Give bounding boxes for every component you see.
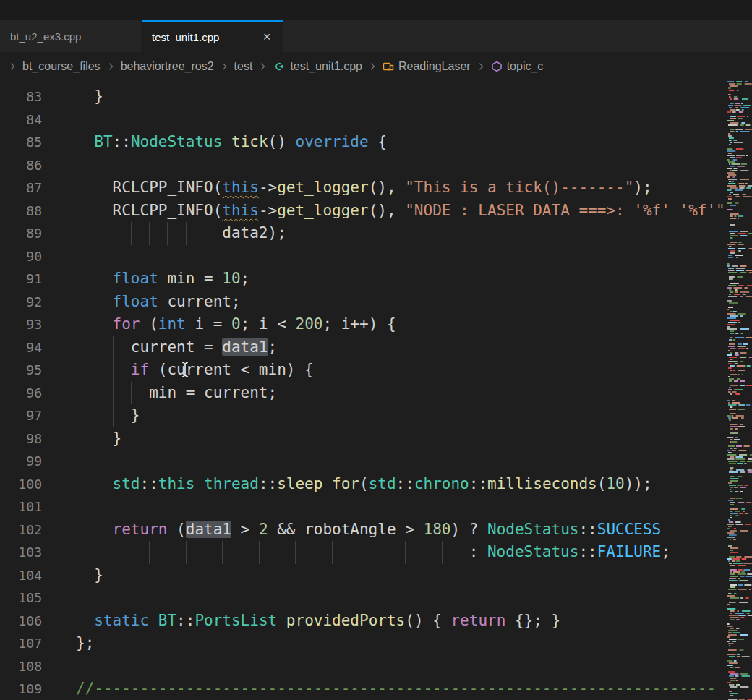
line-number: 96 xyxy=(0,382,42,405)
code-line[interactable]: 97 } xyxy=(0,404,727,427)
code-line[interactable]: 90 xyxy=(0,245,727,268)
breadcrumb-item-bt-course-files[interactable]: bt_course_files xyxy=(22,60,101,73)
code-line[interactable]: 84 xyxy=(0,108,727,132)
code-line[interactable]: 89 data2); xyxy=(0,222,727,245)
code-token xyxy=(76,293,113,310)
code-line[interactable]: 93 for (int i = 0; i < 200; i++) { xyxy=(0,313,727,336)
indent-guide xyxy=(405,541,406,564)
code-token: float xyxy=(113,270,158,287)
code-line[interactable]: 88 RCLCPP_INFO(this->get_logger(), "NODE… xyxy=(0,200,727,223)
code-token: :: xyxy=(259,475,277,492)
code-line[interactable]: 107}; xyxy=(0,632,727,655)
code-token: "NODE : LASER DATA ===>: '%f' '%f'" xyxy=(405,202,725,219)
code-line[interactable]: 96 min = current; xyxy=(0,382,727,405)
breadcrumb-label: ReadingLaser xyxy=(398,60,471,73)
minimap[interactable] xyxy=(727,81,752,700)
code-line[interactable]: 92 float current; xyxy=(0,291,727,314)
code-token: ; i < xyxy=(241,315,296,333)
code-token xyxy=(76,521,113,538)
code-token: } xyxy=(76,406,140,424)
code-line[interactable]: 101 xyxy=(0,495,727,518)
code-token xyxy=(76,179,113,196)
line-number: 88 xyxy=(0,200,42,223)
code-token xyxy=(76,133,94,150)
code-token: ) ? xyxy=(450,521,487,538)
code-line[interactable]: 99 xyxy=(0,450,727,473)
code-token: 10 xyxy=(222,270,240,287)
code-line[interactable]: 98 } xyxy=(0,427,727,451)
code-editor[interactable]: 83 }8485 BT::NodeStatus tick() override … xyxy=(0,81,727,700)
indent-guide xyxy=(113,382,114,405)
code-token: 0 xyxy=(231,315,241,333)
minimap-canvas xyxy=(727,81,752,700)
tab-test-unit1-cpp[interactable]: test_unit1.cpp ✕ xyxy=(142,20,283,52)
cpp-file-icon xyxy=(273,61,286,72)
code-line[interactable]: 105 xyxy=(0,586,727,610)
code-line-text: } xyxy=(76,85,727,108)
code-token: FAILURE xyxy=(597,543,662,560)
code-token xyxy=(76,475,113,492)
code-line[interactable]: 109//-----------------------------------… xyxy=(0,678,727,700)
code-line[interactable]: 87 RCLCPP_INFO(this->get_logger(), "This… xyxy=(0,176,727,200)
code-token: ( xyxy=(597,475,607,492)
code-line[interactable]: 100 std::this_thread::sleep_for(std::chr… xyxy=(0,473,727,496)
breadcrumb-item-test-unit1-cpp[interactable]: test_unit1.cpp xyxy=(273,60,362,73)
indent-guide xyxy=(131,222,132,245)
code-line[interactable]: 91 float min = 10; xyxy=(0,268,727,291)
code-line[interactable]: 85 BT::NodeStatus tick() override { xyxy=(0,131,727,154)
code-line[interactable]: 106 static BT::PortsList providedPorts()… xyxy=(0,610,727,633)
indent-guide xyxy=(186,222,187,245)
indent-guide xyxy=(259,541,260,564)
breadcrumb-item-topic[interactable]: topic_c xyxy=(491,60,544,73)
code-token: data1 xyxy=(186,521,231,538)
code-token: min = current; xyxy=(76,384,277,401)
line-number: 107 xyxy=(0,632,42,655)
code-token: get_logger xyxy=(277,202,368,219)
code-line[interactable]: 104 } xyxy=(0,564,727,587)
code-line[interactable]: 94 current = data1; xyxy=(0,336,727,359)
code-line[interactable]: 83 } xyxy=(0,85,727,108)
code-token: ; xyxy=(661,543,670,560)
chevron-right-icon xyxy=(257,61,268,72)
code-token: static xyxy=(94,612,149,629)
tab-label: bt_u2_ex3.cpp xyxy=(10,30,81,43)
breadcrumb-item-readinglaser[interactable]: ReadingLaser xyxy=(383,60,471,73)
code-token: ( xyxy=(167,521,185,538)
line-number: 101 xyxy=(0,495,42,518)
code-token: -> xyxy=(259,179,277,196)
code-line-text: RCLCPP_INFO(this->get_logger(), "NODE : … xyxy=(76,200,727,223)
code-line[interactable]: 108 xyxy=(0,655,727,678)
code-line[interactable]: 95 if (current < min) { xyxy=(0,359,727,382)
indent-guide xyxy=(113,336,114,359)
close-icon[interactable]: ✕ xyxy=(261,30,273,43)
indent-guide xyxy=(149,541,150,564)
line-number: 90 xyxy=(0,245,42,268)
code-token: std xyxy=(113,475,140,492)
code-token: std xyxy=(369,475,396,492)
code-token: : xyxy=(469,543,487,560)
line-number: 97 xyxy=(0,404,42,427)
code-token: { xyxy=(369,133,387,150)
code-line-text: } xyxy=(76,564,727,587)
code-token: ( xyxy=(213,179,223,196)
breadcrumb-item-behaviortree-ros2[interactable]: behaviortree_ros2 xyxy=(121,60,214,73)
vscode-window: { "theme": { "accent": "#0090f1", "backg… xyxy=(0,0,752,700)
tab-bt-u2-ex3-cpp[interactable]: bt_u2_ex3.cpp xyxy=(0,20,142,52)
code-line-text: }; xyxy=(76,632,727,655)
code-line[interactable]: 86 xyxy=(0,154,727,177)
breadcrumb-item-test[interactable]: test xyxy=(234,60,253,73)
code-token: (current < min) { xyxy=(149,361,314,378)
code-token: }; xyxy=(76,634,94,652)
breadcrumb: bt_course_files behaviortree_ros2 test t… xyxy=(0,52,752,81)
indent-guide xyxy=(369,541,369,564)
code-line-text: BT::NodeStatus tick() override { xyxy=(76,131,727,154)
code-token: PortsList xyxy=(195,612,277,629)
code-token: BT xyxy=(94,133,112,150)
line-number: 100 xyxy=(0,473,42,496)
line-number: 94 xyxy=(0,336,42,359)
line-number: 104 xyxy=(0,564,42,587)
code-line[interactable]: 102 return (data1 > 2 && robotAngle > 18… xyxy=(0,518,727,542)
indent-guide xyxy=(186,541,187,564)
line-number: 89 xyxy=(0,222,42,245)
code-line[interactable]: 103 : NodeStatus::FAILURE; xyxy=(0,541,727,564)
